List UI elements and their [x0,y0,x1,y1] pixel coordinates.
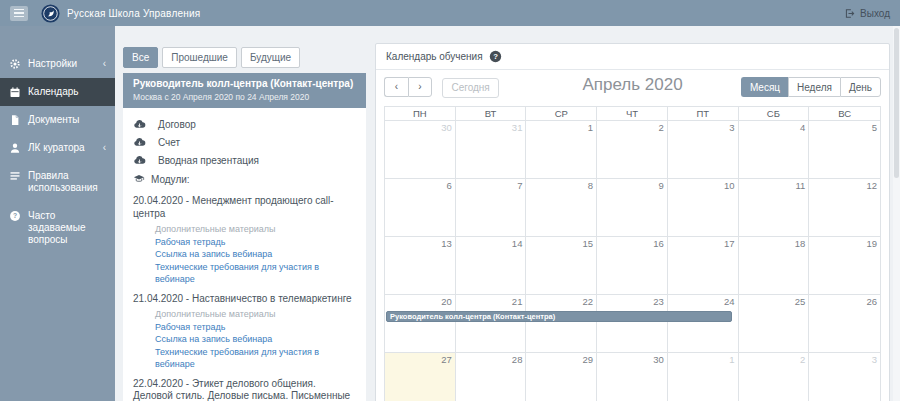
calendar-day-cell[interactable]: 15 [526,236,597,294]
calendar-day-cell[interactable]: 22 [526,294,597,352]
module-link[interactable]: Технические требования для участия в веб… [155,261,356,286]
calendar-day-cell[interactable]: 24 [668,294,739,352]
calendar-day-cell[interactable]: 12 [809,178,880,236]
download-item[interactable]: Вводная презентация [133,151,356,169]
calendar-day-header: ВС [809,107,880,120]
module-link[interactable]: Ссылка на запись вебинара [155,248,356,261]
calendar-day-cell[interactable]: 11 [739,178,810,236]
calendar-view-button[interactable]: День [840,77,881,97]
calendar-day-cell[interactable]: 30 [385,120,456,178]
calendar-view-button[interactable]: Неделя [788,77,840,97]
calendar-day-cell[interactable]: 1 [526,120,597,178]
today-button[interactable]: Сегодня [442,78,498,98]
calendar-panel: Календарь обучения ? ‹ › Сегодня Апрель … [375,43,890,401]
calendar-day-cell[interactable]: 4 [739,120,810,178]
app-root: Русская Школа Управления Выход Настройки… [0,0,900,401]
filter-tab[interactable]: Будущие [241,47,300,68]
calendar-day-cell[interactable]: 5 [809,120,880,178]
calendar-nav-group: ‹ › [384,77,432,97]
calendar-day-cell[interactable]: 6 [385,178,456,236]
calendar-day-cell[interactable]: 25 [739,294,810,352]
gear-icon [9,58,21,70]
module-materials: Дополнительные материалыРабочая тетрадьС… [155,308,356,371]
calendar-day-cell[interactable]: 21 [456,294,527,352]
sidebar-item[interactable]: ?Часто задаваемые вопросы [0,202,115,254]
calendar-day-cell[interactable]: 7 [456,178,527,236]
calendar-day-cell[interactable]: 18 [739,236,810,294]
modules-label: Модули: [151,174,190,185]
calendar-day-cell[interactable]: 30 [597,352,668,401]
calendar-grid: ПНВТСРЧТПТСБВС 3031123456789101112131415… [384,106,881,401]
calendar-day-header: ПТ [668,107,739,120]
prev-month-button[interactable]: ‹ [384,77,408,97]
sidebar-item[interactable]: ЛК куратора‹ [0,134,115,162]
calendar-day-cell[interactable]: 29 [526,352,597,401]
calendar-day-cell[interactable]: 23 [597,294,668,352]
course-title: Руководитель колл-центра (Контакт-центра… [133,78,356,89]
filter-tab[interactable]: Все [123,47,158,68]
calendar-event-bar[interactable]: Руководитель колл-центра (Контакт-центра… [386,311,732,322]
module-item: 21.04.2020 - Наставничество в телемаркет… [133,293,356,371]
calendar-day-cell[interactable]: 20 [385,294,456,352]
module-title: 20.04.2020 - Менеджмент продающего call-… [133,195,356,220]
download-item[interactable]: Счет [133,133,356,151]
logout-button[interactable]: Выход [844,8,890,19]
sidebar-item[interactable]: Настройки‹ [0,50,115,78]
module-muted-label: Дополнительные материалы [155,223,356,236]
calendar-day-cell[interactable]: 9 [597,178,668,236]
filter-tab[interactable]: Прошедшие [162,47,237,68]
hamburger-icon-line [14,12,24,14]
module-materials: Дополнительные материалыРабочая тетрадьС… [155,223,356,286]
calendar-day-cell[interactable]: 16 [597,236,668,294]
calendar-cells: 3031123456789101112131415161718192021222… [385,120,880,401]
calendar-day-cell[interactable]: 1 [668,352,739,401]
download-item[interactable]: Договор [133,115,356,133]
chevron-left-icon: ‹ [103,58,106,70]
calendar-day-cell-today[interactable]: 27 [385,352,456,401]
calendar-day-cell[interactable]: 2 [597,120,668,178]
sidebar-item[interactable]: Документы [0,106,115,134]
svg-text:?: ? [493,52,498,61]
sidebar-item-label: Настройки [28,58,94,70]
scrollbar-thumb[interactable] [894,28,899,178]
sidebar: Настройки‹КалендарьДокументыЛК куратора‹… [0,26,115,401]
calendar-day-cell[interactable]: 3 [809,352,880,401]
calendar-day-cell[interactable]: 17 [668,236,739,294]
document-icon [9,114,21,126]
calendar-day-cell[interactable]: 3 [668,120,739,178]
calendar-day-cell[interactable]: 2 [739,352,810,401]
module-link[interactable]: Технические требования для участия в веб… [155,346,356,371]
calendar-day-cell[interactable]: 28 [456,352,527,401]
svg-text:?: ? [13,212,17,219]
help-icon[interactable]: ? [489,50,502,63]
cloud-download-icon [133,136,146,149]
next-month-button[interactable]: › [408,77,432,97]
calendar-view-switcher: МесяцНеделяДень [741,77,881,97]
module-link[interactable]: Рабочая тетрадь [155,236,356,249]
hamburger-icon [14,9,24,11]
calendar-day-cell[interactable]: 13 [385,236,456,294]
calendar-day-cell[interactable]: 19 [809,236,880,294]
calendar-day-cell[interactable]: 8 [526,178,597,236]
graduation-cap-icon [133,173,145,185]
scrollbar[interactable] [893,26,900,401]
calendar-day-cell[interactable]: 31 [456,120,527,178]
calendar-day-cell[interactable]: 14 [456,236,527,294]
calendar-day-cell[interactable]: 10 [668,178,739,236]
topbar: Русская Школа Управления Выход [0,0,900,26]
course-header[interactable]: Руководитель колл-центра (Контакт-центра… [123,73,366,108]
sidebar-item-label: Календарь [28,86,106,98]
calendar-event-label: Руководитель колл-центра (Контакт-центра… [390,312,555,321]
hamburger-button[interactable] [10,6,28,21]
calendar-day-header: СР [526,107,597,120]
sidebar-item[interactable]: Календарь [0,78,115,106]
calendar-view-button[interactable]: Месяц [741,77,788,97]
module-link[interactable]: Ссылка на запись вебинара [155,333,356,346]
module-link[interactable]: Рабочая тетрадь [155,321,356,334]
sidebar-item[interactable]: Правила использования [0,162,115,202]
calendar-day-headers: ПНВТСРЧТПТСБВС [385,107,880,120]
calendar-day-cell[interactable]: 26 [809,294,880,352]
cloud-download-icon [133,118,146,131]
hamburger-icon-line [14,16,24,18]
brand-title: Русская Школа Управления [67,8,200,19]
